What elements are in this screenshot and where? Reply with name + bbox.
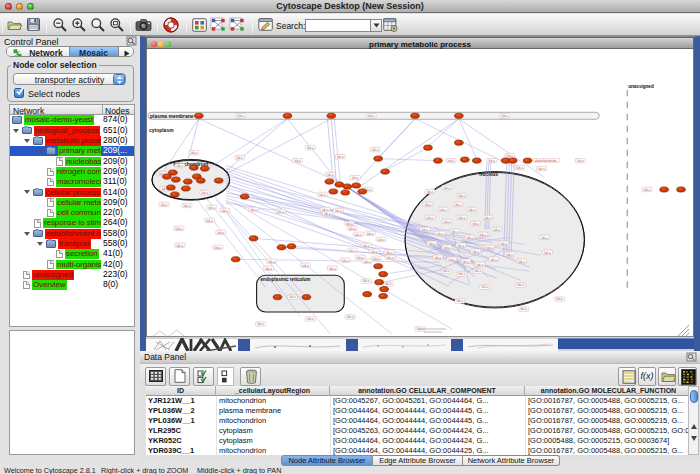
svg-text:lab-a: lab-a <box>349 227 356 231</box>
svg-text:lab-a: lab-a <box>449 258 456 262</box>
svg-text:lab-a: lab-a <box>476 263 483 267</box>
svg-text:abcdefabcdefabc: abcdefabcdefabc <box>535 159 558 163</box>
svg-text:plasma membrane: plasma membrane <box>150 113 194 119</box>
svg-text:lab-a: lab-a <box>352 176 359 180</box>
svg-text:lab-a: lab-a <box>364 260 371 264</box>
svg-text:lab-a: lab-a <box>644 188 651 192</box>
svg-text:lab-a: lab-a <box>517 283 524 287</box>
svg-text:lab-a: lab-a <box>506 154 513 158</box>
svg-text:nucleus: nucleus <box>479 171 498 177</box>
svg-text:lab-a: lab-a <box>349 249 356 253</box>
svg-text:lab-a: lab-a <box>368 114 375 118</box>
svg-text:lab-a: lab-a <box>268 260 275 264</box>
svg-text:lab-a: lab-a <box>493 228 500 232</box>
svg-text:lab-a: lab-a <box>444 220 451 224</box>
svg-text:lab-a: lab-a <box>501 114 508 118</box>
svg-text:lab-a: lab-a <box>294 159 301 163</box>
svg-text:lab-a: lab-a <box>427 216 434 220</box>
svg-text:lab-a: lab-a <box>346 222 353 226</box>
svg-text:lab-a: lab-a <box>378 238 385 242</box>
svg-text:lab-a: lab-a <box>459 216 466 220</box>
svg-text:lab-a: lab-a <box>437 232 444 236</box>
svg-text:lab-a: lab-a <box>363 279 370 283</box>
svg-text:lab-a: lab-a <box>516 166 523 170</box>
svg-text:lab-a: lab-a <box>327 173 334 177</box>
svg-text:lab-a: lab-a <box>387 256 394 260</box>
svg-text:lab-a: lab-a <box>458 244 465 248</box>
svg-text:lab-a: lab-a <box>363 244 370 248</box>
svg-text:lab-a: lab-a <box>469 208 476 212</box>
svg-text:lab-a: lab-a <box>556 297 563 301</box>
svg-text:lab-a: lab-a <box>237 114 244 118</box>
svg-text:lab-a: lab-a <box>538 167 545 171</box>
svg-text:lab-a: lab-a <box>201 191 208 195</box>
svg-text:lab-a: lab-a <box>217 231 224 235</box>
svg-text:lab-a: lab-a <box>486 246 493 250</box>
svg-text:lab-a: lab-a <box>184 204 191 208</box>
svg-text:lab-a: lab-a <box>324 212 331 216</box>
svg-text:lab-a: lab-a <box>329 267 336 271</box>
svg-text:lab-a: lab-a <box>479 233 486 237</box>
svg-text:lab-a: lab-a <box>490 258 497 262</box>
svg-text:lab-a: lab-a <box>373 257 380 261</box>
svg-text:lab-a: lab-a <box>302 264 309 268</box>
svg-text:lab-a: lab-a <box>265 267 272 271</box>
svg-text:lab-a: lab-a <box>319 193 326 197</box>
svg-text:lab-a: lab-a <box>372 148 379 152</box>
svg-text:lab-a: lab-a <box>435 256 442 260</box>
svg-text:lab-a: lab-a <box>544 251 551 255</box>
svg-text:lab-a: lab-a <box>472 222 479 226</box>
svg-text:lab-a: lab-a <box>191 151 198 155</box>
svg-text:lab-a: lab-a <box>206 219 213 223</box>
svg-text:lab-a: lab-a <box>448 159 455 163</box>
svg-text:unassigned: unassigned <box>628 84 654 89</box>
svg-text:lab-a: lab-a <box>500 242 507 246</box>
svg-text:lab-a: lab-a <box>467 236 474 240</box>
svg-text:lab-a: lab-a <box>176 227 183 231</box>
svg-text:lab-a: lab-a <box>440 208 447 212</box>
svg-text:lab-a: lab-a <box>236 156 243 160</box>
svg-text:lab-a: lab-a <box>484 216 491 220</box>
svg-text:lab-a: lab-a <box>459 194 466 198</box>
svg-text:lab-a: lab-a <box>452 230 459 234</box>
svg-text:lab-a: lab-a <box>355 233 362 237</box>
svg-text:lab-a: lab-a <box>342 259 349 263</box>
svg-text:lab-a: lab-a <box>455 203 462 207</box>
svg-text:lab-a: lab-a <box>463 260 470 264</box>
svg-text:lab-a: lab-a <box>474 270 481 274</box>
svg-text:lab-a: lab-a <box>347 315 354 319</box>
svg-text:lab-a: lab-a <box>422 228 429 232</box>
svg-text:lab-a: lab-a <box>307 146 314 150</box>
svg-text:lab-a: lab-a <box>443 270 450 274</box>
svg-text:lab-a: lab-a <box>367 232 374 236</box>
svg-text:lab-a: lab-a <box>444 246 451 250</box>
svg-text:lab-a: lab-a <box>221 209 228 213</box>
svg-text:lab-a: lab-a <box>335 209 342 213</box>
svg-text:lab-a: lab-a <box>385 282 392 286</box>
svg-text:lab-a: lab-a <box>520 307 527 311</box>
svg-text:lab-a: lab-a <box>518 260 525 264</box>
svg-text:lab-a: lab-a <box>307 317 314 321</box>
svg-text:lab-a: lab-a <box>177 244 184 248</box>
svg-text:lab-a: lab-a <box>257 322 264 326</box>
svg-text:lab-a: lab-a <box>457 299 464 303</box>
svg-text:lab-a: lab-a <box>208 206 215 210</box>
svg-text:lab-a: lab-a <box>488 159 495 163</box>
svg-text:lab-a: lab-a <box>425 203 432 207</box>
svg-text:lab-a: lab-a <box>386 251 393 255</box>
svg-text:lab-a: lab-a <box>541 236 548 240</box>
svg-text:lab-a: lab-a <box>506 253 513 257</box>
svg-text:lab-a: lab-a <box>444 186 451 190</box>
svg-text:lab-a: lab-a <box>459 272 466 276</box>
svg-text:lab-a: lab-a <box>214 246 221 250</box>
svg-text:lab-a: lab-a <box>427 190 434 194</box>
svg-text:lab-a: lab-a <box>429 242 436 246</box>
svg-text:lab-a: lab-a <box>371 250 378 254</box>
svg-text:lab-a: lab-a <box>481 285 488 289</box>
svg-text:cytoplasm: cytoplasm <box>149 127 174 133</box>
svg-text:lab-a: lab-a <box>289 295 296 299</box>
svg-text:lab-a: lab-a <box>250 208 257 212</box>
svg-text:lab-a: lab-a <box>577 159 584 163</box>
svg-text:lab-a: lab-a <box>472 250 479 254</box>
svg-text:lab-a: lab-a <box>177 164 184 168</box>
